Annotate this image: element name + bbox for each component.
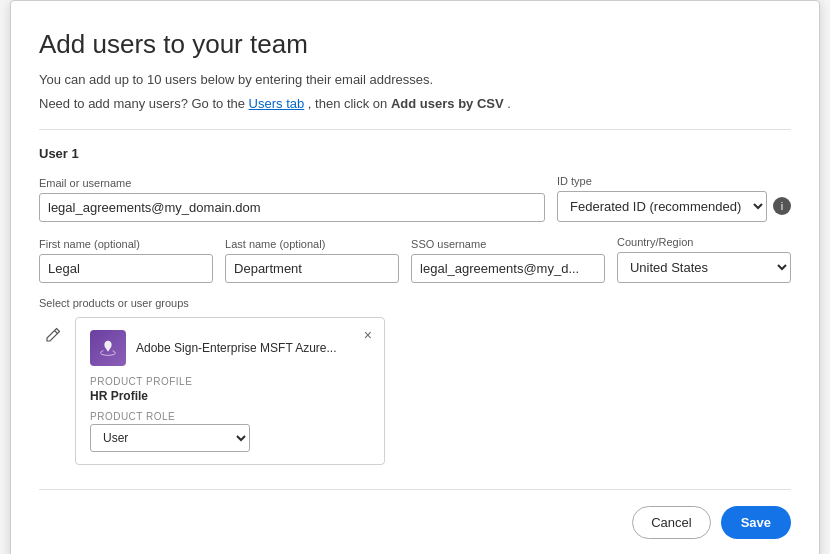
email-group: Email or username [39, 177, 545, 222]
subtitle-prefix: Need to add many users? Go to the [39, 96, 249, 111]
email-id-row: Email or username ID type Federated ID (… [39, 175, 791, 222]
sso-input[interactable] [411, 254, 605, 283]
name-sso-country-row: First name (optional) Last name (optiona… [39, 236, 791, 283]
user1-section-title: User 1 [39, 146, 791, 161]
product-icon [90, 330, 126, 366]
pencil-icon [45, 327, 61, 343]
id-type-select[interactable]: Federated ID (recommended) Enterprise ID… [557, 191, 767, 222]
edit-products-button[interactable] [39, 321, 67, 349]
sso-label: SSO username [411, 238, 605, 250]
dialog-title: Add users to your team [39, 29, 791, 60]
save-button[interactable]: Save [721, 506, 791, 539]
email-input[interactable] [39, 193, 545, 222]
country-label: Country/Region [617, 236, 791, 248]
country-select[interactable]: United States Canada United Kingdom Germ… [617, 252, 791, 283]
subtitle-middle: , then click on [308, 96, 391, 111]
email-label: Email or username [39, 177, 545, 189]
subtitle-bold: Add users by CSV [391, 96, 504, 111]
first-name-input[interactable] [39, 254, 213, 283]
products-area: Adobe Sign-Enterprise MSFT Azure... × PR… [39, 317, 791, 465]
remove-product-button[interactable]: × [360, 326, 376, 344]
close-icon: × [364, 327, 372, 343]
first-name-group: First name (optional) [39, 238, 213, 283]
id-type-row: Federated ID (recommended) Enterprise ID… [557, 191, 791, 222]
info-symbol: i [781, 200, 783, 212]
cancel-button[interactable]: Cancel [632, 506, 710, 539]
product-card-header: Adobe Sign-Enterprise MSFT Azure... × [90, 330, 370, 366]
product-role-select[interactable]: User Admin Developer [90, 424, 250, 452]
dialog-footer: Cancel Save [39, 489, 791, 539]
product-profile-label: PRODUCT PROFILE [90, 376, 370, 387]
dialog-subtitle-line1: You can add up to 10 users below by ente… [39, 70, 791, 90]
id-type-group: ID type Federated ID (recommended) Enter… [557, 175, 791, 222]
sso-group: SSO username [411, 238, 605, 283]
product-card: Adobe Sign-Enterprise MSFT Azure... × PR… [75, 317, 385, 465]
country-group: Country/Region United States Canada Unit… [617, 236, 791, 283]
last-name-label: Last name (optional) [225, 238, 399, 250]
adobe-sign-icon [97, 337, 119, 359]
id-type-label: ID type [557, 175, 791, 187]
add-users-dialog: Add users to your team You can add up to… [10, 0, 820, 554]
last-name-group: Last name (optional) [225, 238, 399, 283]
dialog-subtitle-line2: Need to add many users? Go to the Users … [39, 94, 791, 114]
info-icon[interactable]: i [773, 197, 791, 215]
product-name: Adobe Sign-Enterprise MSFT Azure... [136, 341, 370, 355]
products-label: Select products or user groups [39, 297, 791, 309]
last-name-input[interactable] [225, 254, 399, 283]
product-profile-value: HR Profile [90, 389, 370, 403]
subtitle-period: . [507, 96, 511, 111]
users-tab-link[interactable]: Users tab [249, 96, 305, 111]
product-role-label: PRODUCT ROLE [90, 411, 370, 422]
first-name-label: First name (optional) [39, 238, 213, 250]
top-divider [39, 129, 791, 130]
